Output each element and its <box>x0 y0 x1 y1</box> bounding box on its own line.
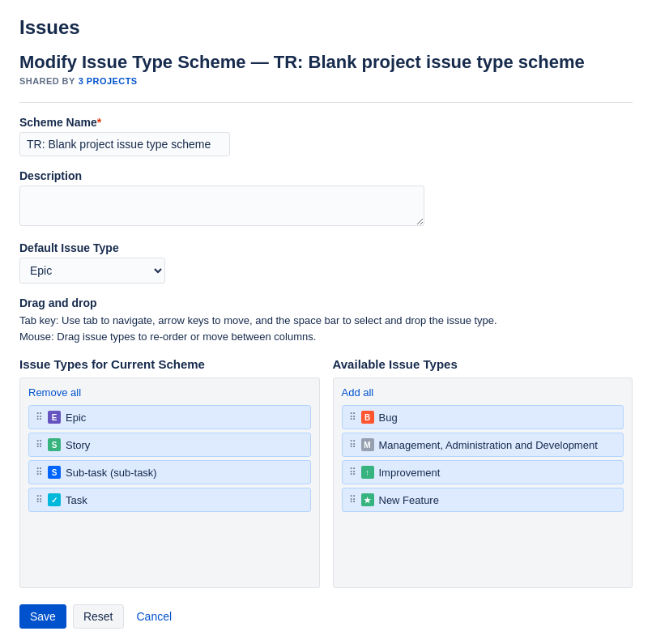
drag-hint-line2: Mouse: Drag issue types to re-order or m… <box>19 331 316 343</box>
drag-handle-icon: ⠿ <box>349 439 356 450</box>
current-scheme-title: Issue Types for Current Scheme <box>19 357 320 371</box>
shared-by-label: SHARED BY <box>19 76 75 86</box>
description-label: Description <box>19 169 633 182</box>
item-label: New Feature <box>379 494 439 506</box>
shared-by-info: SHARED BY 3 PROJECTS <box>19 76 633 86</box>
item-label: Task <box>66 494 87 506</box>
new-feature-icon: ★ <box>361 493 374 506</box>
columns-container: Issue Types for Current Scheme Remove al… <box>19 357 633 588</box>
list-item[interactable]: ⠿ ↑ Improvement <box>342 460 624 484</box>
drag-title: Drag and drop <box>19 296 633 309</box>
drag-handle-icon: ⠿ <box>349 467 356 478</box>
improvement-icon: ↑ <box>361 466 374 479</box>
drag-handle-icon: ⠿ <box>36 412 43 423</box>
list-item[interactable]: ⠿ S Sub-task (sub-task) <box>28 460 311 484</box>
drag-handle-icon: ⠿ <box>36 467 43 478</box>
cancel-button[interactable]: Cancel <box>130 605 179 628</box>
default-issue-type-section: Default Issue Type Epic Story Sub-task (… <box>19 241 633 284</box>
page-title: Issues <box>19 16 633 39</box>
drag-handle-icon: ⠿ <box>349 494 356 505</box>
save-button[interactable]: Save <box>19 604 66 629</box>
list-item[interactable]: ⠿ S Story <box>28 433 311 457</box>
item-label: Story <box>66 439 90 451</box>
reset-button[interactable]: Reset <box>73 604 124 629</box>
item-label: Bug <box>379 412 398 424</box>
description-textarea[interactable] <box>19 186 424 226</box>
drag-handle-icon: ⠿ <box>36 494 43 505</box>
epic-icon: E <box>48 411 61 424</box>
scheme-name-section: Scheme Name* <box>19 116 633 156</box>
actions-row: Save Reset Cancel <box>19 604 633 629</box>
item-label: Improvement <box>379 467 441 479</box>
scheme-name-input[interactable] <box>19 132 230 156</box>
current-scheme-column: Issue Types for Current Scheme Remove al… <box>19 357 320 588</box>
task-icon: ✓ <box>48 493 61 506</box>
shared-by-projects-link[interactable]: 3 PROJECTS <box>79 76 138 86</box>
item-label: Epic <box>66 412 86 424</box>
scheme-title: Modify Issue Type Scheme — TR: Blank pro… <box>19 52 633 73</box>
current-scheme-box: Remove all ⠿ E Epic ⠿ S Story ⠿ S Sub-ta… <box>19 377 320 588</box>
scheme-name-label: Scheme Name* <box>19 116 633 129</box>
drag-handle-icon: ⠿ <box>36 439 43 450</box>
available-types-box: Add all ⠿ B Bug ⠿ M Management, Administ… <box>333 377 633 588</box>
add-all-link[interactable]: Add all <box>342 386 624 399</box>
default-issue-type-select[interactable]: Epic Story Sub-task (sub-task) Task Bug … <box>19 258 165 284</box>
drag-hint: Tab key: Use tab to navigate, arrow keys… <box>19 313 633 344</box>
list-item[interactable]: ⠿ ★ New Feature <box>342 488 624 512</box>
list-item[interactable]: ⠿ E Epic <box>28 405 311 429</box>
bug-icon: B <box>361 411 374 424</box>
drag-handle-icon: ⠿ <box>349 412 356 423</box>
item-label: Management, Administration and Developme… <box>379 439 598 451</box>
mad-icon: M <box>361 438 374 451</box>
description-section: Description <box>19 169 633 228</box>
subtask-icon: S <box>48 466 61 479</box>
default-issue-type-label: Default Issue Type <box>19 241 633 254</box>
item-label: Sub-task (sub-task) <box>66 467 157 479</box>
available-types-title: Available Issue Types <box>333 357 633 371</box>
drag-hint-line1: Tab key: Use tab to navigate, arrow keys… <box>19 314 497 326</box>
list-item[interactable]: ⠿ M Management, Administration and Devel… <box>342 433 624 457</box>
required-star: * <box>97 116 101 129</box>
available-types-column: Available Issue Types Add all ⠿ B Bug ⠿ … <box>333 357 633 588</box>
drag-drop-section: Drag and drop Tab key: Use tab to naviga… <box>19 296 633 344</box>
story-icon: S <box>48 438 61 451</box>
divider <box>19 102 633 103</box>
list-item[interactable]: ⠿ ✓ Task <box>28 488 311 512</box>
remove-all-link[interactable]: Remove all <box>28 386 311 399</box>
list-item[interactable]: ⠿ B Bug <box>342 405 624 429</box>
